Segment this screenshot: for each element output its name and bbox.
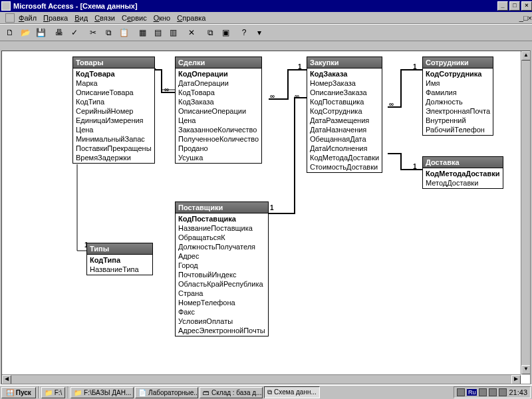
vertical-scrollbar[interactable]: ▲ ▼ <box>521 51 530 374</box>
field-item[interactable]: Цена <box>176 116 261 125</box>
field-item[interactable]: Имя <box>423 78 493 88</box>
field-item[interactable]: КодСотрудника <box>307 106 382 116</box>
task-item-active[interactable]: ⧉ Схема данн... <box>264 386 319 398</box>
field-item[interactable]: ДатаРазмещения <box>307 116 382 125</box>
table-header[interactable]: Сотрудники <box>423 57 493 68</box>
field-item[interactable]: ОбластьКрайРеспублика <box>176 279 268 289</box>
field-item[interactable]: НомерЗаказа <box>307 78 382 88</box>
table-header[interactable]: Поставщики <box>176 202 268 213</box>
dropdown-icon[interactable]: ▾ <box>252 26 267 39</box>
tray-icon[interactable] <box>457 388 465 396</box>
copy-icon[interactable]: ⧉ <box>101 26 116 39</box>
field-item[interactable]: КодТипа <box>87 255 152 265</box>
task-item[interactable]: 📁 F:\ <box>41 387 65 398</box>
cut-icon[interactable]: ✂ <box>86 26 100 39</box>
field-item[interactable]: ЕдиницаИзмерения <box>73 116 154 125</box>
table-zakupki[interactable]: ЗакупкиКодЗаказаНомерЗаказаОписаниеЗаказ… <box>307 57 382 173</box>
showdirect-icon[interactable]: ▤ <box>150 26 165 39</box>
table-sotrudniki[interactable]: СотрудникиКодСотрудникаИмяФамилияДолжнос… <box>422 57 493 136</box>
field-item[interactable]: Страна <box>176 289 268 298</box>
save-icon[interactable]: 💾 <box>33 26 48 39</box>
table-sdelki[interactable]: СделкиКодОперацииДатаОперацииКодТовараКо… <box>175 57 262 164</box>
scroll-right-icon[interactable]: ▶ <box>511 375 521 384</box>
close-button[interactable]: × <box>521 1 532 11</box>
field-item[interactable]: ОписаниеТовара <box>73 88 154 97</box>
scroll-down-icon[interactable]: ▼ <box>521 365 531 374</box>
paste-icon[interactable]: 📋 <box>116 26 131 39</box>
showall-icon[interactable]: ▥ <box>166 26 180 39</box>
field-item[interactable]: ПочтовыйИндекс <box>176 270 268 279</box>
menu-file[interactable]: Файл <box>19 14 37 22</box>
field-item[interactable]: ПоставкиПрекращены <box>73 144 154 153</box>
field-item[interactable]: ОписаниеОперации <box>176 106 261 116</box>
field-item[interactable]: КодПоставщика <box>176 214 268 223</box>
field-item[interactable]: КодСотрудника <box>423 69 493 78</box>
field-item[interactable]: Факс <box>176 307 268 317</box>
new-icon[interactable]: 🗋 <box>3 26 17 39</box>
field-item[interactable]: ДатаИсполнения <box>307 144 382 153</box>
help-icon[interactable]: ? <box>237 26 251 39</box>
menu-view[interactable]: Вид <box>74 14 88 22</box>
field-item[interactable]: Продано <box>176 144 261 153</box>
field-item[interactable]: КодОперации <box>176 69 261 78</box>
table-dostavka[interactable]: ДоставкаКодМетодаДоставкиМетодДоставки <box>422 156 503 189</box>
print-icon[interactable]: 🖶 <box>52 26 66 39</box>
field-item[interactable]: КодМетодаДоставки <box>423 169 503 178</box>
database-icon[interactable]: ▣ <box>218 26 233 39</box>
horizontal-scrollbar[interactable]: ◀ ▶ <box>2 374 521 384</box>
field-item[interactable]: МетодДоставки <box>423 178 503 188</box>
field-item[interactable]: ВремяЗадержки <box>73 153 154 162</box>
field-item[interactable]: Усушка <box>176 153 261 162</box>
scroll-up-icon[interactable]: ▲ <box>521 51 531 61</box>
table-tipy[interactable]: ТипыКодТипаНазваниеТипа <box>86 243 153 275</box>
field-item[interactable]: КодТипа <box>73 97 154 106</box>
tray-icon[interactable] <box>499 388 507 396</box>
field-item[interactable]: Фамилия <box>423 88 493 97</box>
field-item[interactable]: КодТовара <box>176 88 261 97</box>
field-item[interactable]: Город <box>176 261 268 270</box>
field-item[interactable]: ОбещаннаяДата <box>307 134 382 144</box>
field-item[interactable]: НазваниеТипа <box>87 265 152 274</box>
start-button[interactable]: 🪟 Пуск <box>1 387 36 398</box>
field-item[interactable]: Цена <box>73 125 154 134</box>
field-item[interactable]: КодМетодаДоставки <box>307 153 382 162</box>
table-tovary[interactable]: ТоварыКодТовараМаркаОписаниеТовараКодТип… <box>72 57 155 164</box>
field-item[interactable]: ОбращатьсяК <box>176 233 268 242</box>
relationships-canvas[interactable]: 1 ∞ ∞ 1 ∞ ∞ 1 1 1 1 ТоварыКодТовараМарка… <box>1 51 531 384</box>
field-item[interactable]: ДолжностьПолучателя <box>176 242 268 251</box>
scroll-left-icon[interactable]: ◀ <box>2 375 11 384</box>
open-icon[interactable]: 📂 <box>18 26 33 39</box>
menu-relations[interactable]: Связи <box>94 14 115 22</box>
field-item[interactable]: ПолученноеКоличество <box>176 134 261 144</box>
task-item[interactable]: 📄 Лабораторные... <box>135 387 198 398</box>
field-item[interactable]: АдресЭлектроннойПочты <box>176 326 268 335</box>
tray-icon[interactable] <box>489 388 497 396</box>
delete-icon[interactable]: ✕ <box>184 26 199 39</box>
showtable-icon[interactable]: ▦ <box>135 26 150 39</box>
field-item[interactable]: ОписаниеЗаказа <box>307 88 382 97</box>
child-maximize-button[interactable]: □ <box>523 14 528 22</box>
field-item[interactable]: Марка <box>73 78 154 88</box>
field-item[interactable]: ДатаОперации <box>176 78 261 88</box>
field-item[interactable]: НомерТелефона <box>176 298 268 307</box>
menu-window[interactable]: Окно <box>154 14 171 22</box>
menu-edit[interactable]: Правка <box>43 14 68 22</box>
system-tray[interactable]: Ru 21:43 <box>454 386 531 398</box>
spell-icon[interactable]: ✓ <box>67 26 82 39</box>
table-header[interactable]: Товары <box>73 57 154 68</box>
table-header[interactable]: Сделки <box>176 57 261 68</box>
table-header[interactable]: Закупки <box>307 57 382 68</box>
table-postavshiki[interactable]: ПоставщикиКодПоставщикаНазваниеПоставщик… <box>175 201 269 336</box>
field-item[interactable]: Должность <box>423 97 493 106</box>
field-item[interactable]: Внутренний <box>423 116 493 125</box>
field-item[interactable]: СерийныйНомер <box>73 106 154 116</box>
field-item[interactable]: ЭлектроннаяПочта <box>423 106 493 116</box>
table-header[interactable]: Доставка <box>423 157 503 168</box>
task-item[interactable]: 📁 F:\БАЗЫ ДАН... <box>70 387 134 398</box>
field-item[interactable]: МинимальныйЗапас <box>73 134 154 144</box>
maximize-button[interactable]: □ <box>509 1 520 11</box>
field-item[interactable]: РабочийТелефон <box>423 125 493 134</box>
field-item[interactable]: НазваниеПоставщика <box>176 223 268 233</box>
field-item[interactable]: КодТовара <box>73 69 154 78</box>
field-item[interactable]: КодПоставщика <box>307 97 382 106</box>
